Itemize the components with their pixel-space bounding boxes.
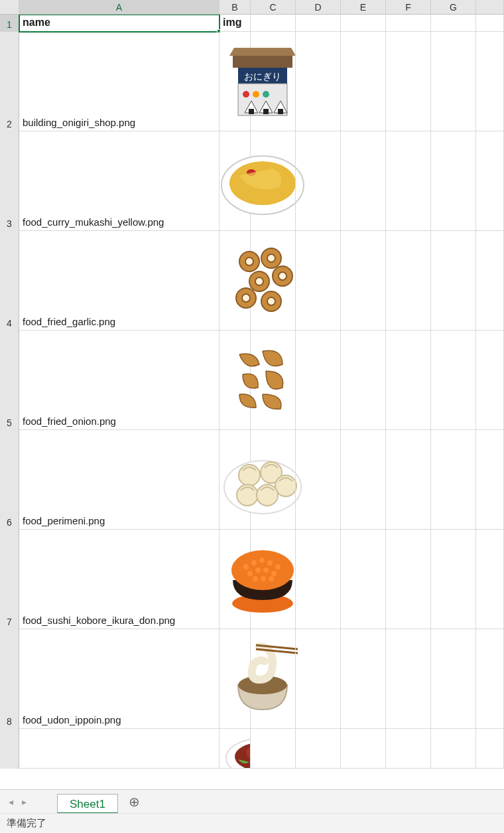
cell-C4[interactable] — [251, 231, 296, 331]
nav-first-icon[interactable]: ◂ — [4, 793, 17, 810]
cell-E7[interactable] — [341, 530, 386, 629]
cell-E4[interactable] — [341, 231, 386, 331]
cell-D3[interactable] — [296, 131, 341, 231]
cell-F2[interactable] — [386, 32, 431, 131]
cell-A1-text: name — [23, 17, 50, 29]
cell-F8[interactable] — [386, 629, 431, 729]
cell-F3[interactable] — [386, 131, 431, 231]
cell-A3[interactable]: food_curry_mukashi_yellow.png — [19, 131, 220, 231]
sheet-tab-active[interactable]: Sheet1 — [57, 794, 118, 814]
cell-A2[interactable]: building_onigiri_shop.png — [19, 32, 220, 131]
cell-C8[interactable] — [251, 629, 296, 729]
cell-G8[interactable] — [431, 629, 476, 729]
cell-A9[interactable] — [19, 729, 220, 769]
cell-rest-3[interactable] — [476, 131, 504, 231]
cell-C9[interactable] — [251, 729, 296, 769]
cell-F1[interactable] — [386, 15, 431, 32]
worksheet-grid[interactable]: 1 name img 2building_onigiri_shop.png3fo… — [0, 15, 504, 789]
add-sheet-button[interactable]: ⊕ — [125, 792, 145, 812]
cell-G3[interactable] — [431, 131, 476, 231]
status-bar: 準備完了 — [0, 813, 504, 833]
cell-C1[interactable] — [251, 15, 296, 32]
col-header-G[interactable]: G — [431, 0, 476, 14]
cell-F7[interactable] — [386, 530, 431, 629]
col-header-rest — [476, 0, 504, 14]
row-header-7[interactable]: 7 — [0, 530, 19, 629]
cell-E2[interactable] — [341, 32, 386, 131]
cell-B1[interactable]: img — [220, 15, 251, 32]
select-all-corner[interactable] — [0, 0, 19, 14]
cell-A7[interactable]: food_sushi_kobore_ikura_don.png — [19, 530, 220, 629]
cell-B9[interactable] — [220, 729, 251, 769]
cell-G2[interactable] — [431, 32, 476, 131]
cell-B4[interactable] — [220, 231, 251, 331]
cell-F9[interactable] — [386, 729, 431, 769]
row-header-5[interactable]: 5 — [0, 331, 19, 430]
col-header-C[interactable]: C — [251, 0, 296, 14]
cell-D4[interactable] — [296, 231, 341, 331]
cell-E6[interactable] — [341, 430, 386, 530]
cell-E1[interactable] — [341, 15, 386, 32]
cell-rest-5[interactable] — [476, 331, 504, 430]
cell-C2[interactable] — [251, 32, 296, 131]
cell-D7[interactable] — [296, 530, 341, 629]
cell-C7[interactable] — [251, 530, 296, 629]
cell-G6[interactable] — [431, 430, 476, 530]
cell-G1[interactable] — [431, 15, 476, 32]
row-header-4[interactable]: 4 — [0, 231, 19, 331]
cell-B7[interactable] — [220, 530, 251, 629]
cell-B3[interactable] — [220, 131, 251, 231]
cell-B6[interactable] — [220, 430, 251, 530]
cell-B5[interactable] — [220, 331, 251, 430]
cell-A4-text: food_fried_garlic.png — [23, 316, 115, 327]
cell-G5[interactable] — [431, 331, 476, 430]
cell-B2[interactable] — [220, 32, 251, 131]
cell-D5[interactable] — [296, 331, 341, 430]
cell-E8[interactable] — [341, 629, 386, 729]
cell-A4[interactable]: food_fried_garlic.png — [19, 231, 220, 331]
cell-G9[interactable] — [431, 729, 476, 769]
cell-A8[interactable]: food_udon_ippoin.png — [19, 629, 220, 729]
cell-rest-6[interactable] — [476, 430, 504, 530]
cell-A1[interactable]: name — [19, 15, 220, 32]
cell-C3[interactable] — [251, 131, 296, 231]
cell-D8[interactable] — [296, 629, 341, 729]
row-header-3[interactable]: 3 — [0, 131, 19, 231]
cell-rest-1[interactable] — [476, 15, 504, 32]
cell-rest-7[interactable] — [476, 530, 504, 629]
row-header-6[interactable]: 6 — [0, 430, 19, 530]
cell-E9[interactable] — [341, 729, 386, 769]
nav-prev-icon[interactable]: ▸ — [17, 793, 31, 810]
row-header-2[interactable]: 2 — [0, 32, 19, 131]
cell-F6[interactable] — [386, 430, 431, 530]
sheet-tab-bar: ◂ ▸ Sheet1 ⊕ — [0, 789, 504, 813]
col-header-E[interactable]: E — [341, 0, 386, 14]
row-header-8[interactable]: 8 — [0, 629, 19, 729]
cell-B8[interactable] — [220, 629, 251, 729]
cell-rest-4[interactable] — [476, 231, 504, 331]
cell-rest-9[interactable] — [476, 729, 504, 769]
col-header-B[interactable]: B — [220, 0, 251, 14]
cell-D2[interactable] — [296, 32, 341, 131]
row-header-1[interactable]: 1 — [0, 15, 19, 32]
col-header-D[interactable]: D — [296, 0, 341, 14]
cell-G7[interactable] — [431, 530, 476, 629]
cell-G4[interactable] — [431, 231, 476, 331]
cell-F4[interactable] — [386, 231, 431, 331]
col-header-A[interactable]: A — [19, 0, 220, 14]
cell-rest-2[interactable] — [476, 32, 504, 131]
cell-C5[interactable] — [251, 331, 296, 430]
cell-D1[interactable] — [296, 15, 341, 32]
cell-F5[interactable] — [386, 331, 431, 430]
cell-rest-8[interactable] — [476, 629, 504, 729]
cell-C6[interactable] — [251, 430, 296, 530]
cell-E5[interactable] — [341, 331, 386, 430]
col-header-F[interactable]: F — [386, 0, 431, 14]
cell-D6[interactable] — [296, 430, 341, 530]
cell-A5[interactable]: food_fried_onion.png — [19, 331, 220, 430]
cell-E3[interactable] — [341, 131, 386, 231]
cell-D9[interactable] — [296, 729, 341, 769]
cell-A3-text: food_curry_mukashi_yellow.png — [23, 216, 164, 228]
row-header-9[interactable] — [0, 729, 19, 769]
cell-A6[interactable]: food_perimeni.png — [19, 430, 220, 530]
